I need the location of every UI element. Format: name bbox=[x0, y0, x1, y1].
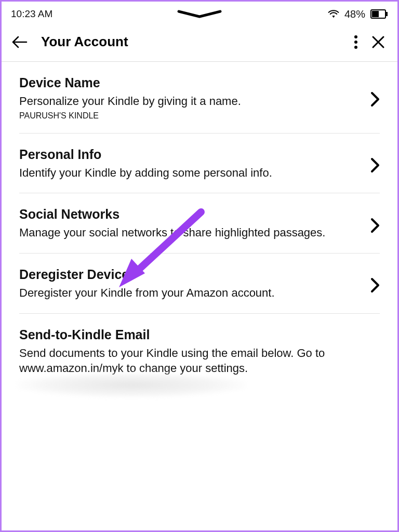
row-title: Social Networks bbox=[19, 207, 362, 222]
svg-rect-1 bbox=[372, 11, 379, 17]
svg-rect-2 bbox=[386, 12, 388, 16]
svg-point-6 bbox=[354, 46, 357, 49]
svg-point-5 bbox=[354, 41, 357, 44]
battery-icon bbox=[370, 9, 388, 19]
battery-percent: 48% bbox=[344, 8, 365, 20]
row-title: Device Name bbox=[19, 75, 362, 90]
row-desc: Deregister your Kindle from your Amazon … bbox=[19, 285, 362, 301]
row-send-to-kindle-email[interactable]: Send-to-Kindle Email Send documents to y… bbox=[19, 314, 380, 389]
row-subtext: PAURUSH'S KINDLE bbox=[19, 111, 362, 121]
pull-down-chevron-icon[interactable] bbox=[176, 10, 223, 19]
row-title: Deregister Device bbox=[19, 267, 362, 282]
chevron-right-icon bbox=[370, 274, 380, 293]
wifi-icon bbox=[328, 9, 339, 19]
row-title: Send-to-Kindle Email bbox=[19, 327, 371, 342]
page-title: Your Account bbox=[41, 34, 354, 50]
statusbar-time: 10:23 AM bbox=[11, 8, 52, 20]
overflow-menu-icon[interactable] bbox=[354, 35, 358, 49]
back-button[interactable] bbox=[11, 35, 32, 49]
row-desc: Manage your social networks to share hig… bbox=[19, 225, 362, 241]
svg-point-4 bbox=[354, 35, 357, 38]
row-desc: Send documents to your Kindle using the … bbox=[19, 345, 371, 376]
settings-list: Device Name Personalize your Kindle by g… bbox=[2, 62, 397, 389]
row-personal-info[interactable]: Personal Info Identify your Kindle by ad… bbox=[19, 134, 380, 194]
row-title: Personal Info bbox=[19, 147, 362, 162]
chevron-right-icon bbox=[370, 154, 380, 173]
row-device-name[interactable]: Device Name Personalize your Kindle by g… bbox=[19, 62, 380, 134]
chevron-right-icon bbox=[370, 88, 380, 107]
row-desc: Identify your Kindle by adding some pers… bbox=[19, 165, 362, 181]
row-deregister-device[interactable]: Deregister Device Deregister your Kindle… bbox=[19, 254, 380, 314]
close-icon[interactable] bbox=[371, 35, 385, 49]
page-header: Your Account bbox=[2, 24, 397, 62]
row-desc: Personalize your Kindle by giving it a n… bbox=[19, 94, 362, 109]
chevron-right-icon bbox=[370, 215, 380, 233]
row-social-networks[interactable]: Social Networks Manage your social netwo… bbox=[19, 193, 380, 254]
